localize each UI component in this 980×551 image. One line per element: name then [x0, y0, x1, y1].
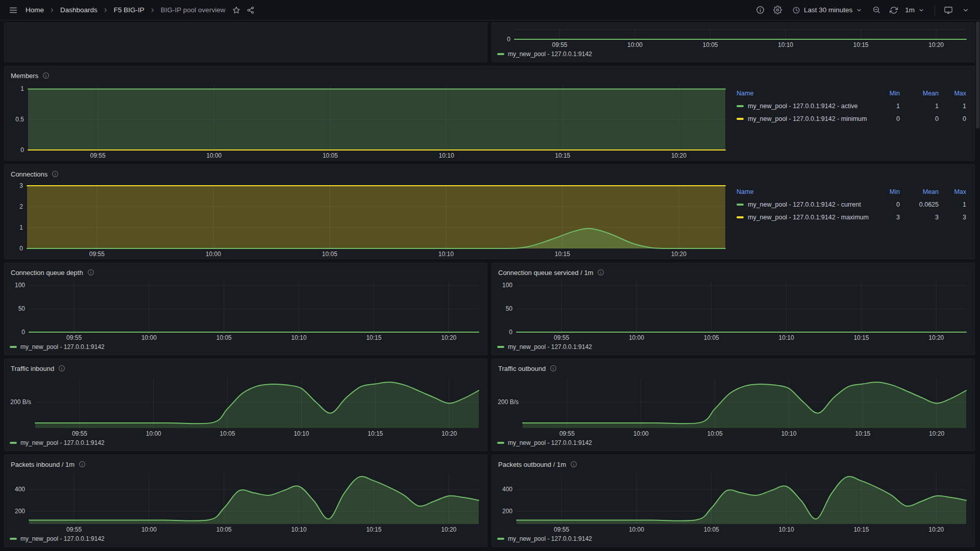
svg-text:10:20: 10:20: [928, 526, 944, 533]
info-circle-icon[interactable]: [753, 3, 768, 17]
series-swatch: [737, 216, 744, 218]
chevron-down-icon[interactable]: [959, 3, 973, 17]
legend-label: my_new_pool - 127.0.0.1:9142: [20, 439, 105, 446]
legend-item[interactable]: my_new_pool - 127.0.0.1:9142: [492, 534, 974, 546]
info-circle-icon[interactable]: [52, 170, 59, 178]
legend-stat-value: 0.0625: [900, 198, 939, 211]
info-circle-icon[interactable]: [79, 461, 86, 468]
svg-text:10:05: 10:05: [216, 334, 232, 341]
legend-column-min[interactable]: Min: [872, 87, 900, 99]
legend-series-name[interactable]: my_new_pool - 127.0.0.1:9142 - active: [737, 99, 872, 112]
svg-text:10:20: 10:20: [442, 430, 457, 437]
legend-stat-value: 0: [939, 112, 966, 125]
share-icon[interactable]: [243, 3, 258, 17]
svg-text:50: 50: [18, 305, 26, 312]
legend-item[interactable]: my_new_pool - 127.0.0.1:9142: [492, 438, 974, 450]
vertical-scrollbar[interactable]: [976, 21, 979, 129]
breadcrumb-folder[interactable]: F5 BIG-IP: [114, 6, 144, 14]
svg-text:100: 100: [502, 282, 512, 289]
zoom-out-icon[interactable]: [869, 3, 884, 17]
gear-icon[interactable]: [771, 3, 785, 17]
svg-text:10:00: 10:00: [146, 430, 161, 437]
svg-text:09:55: 09:55: [66, 526, 82, 533]
timeseries-chart[interactable]: 09:5510:0010:0510:1010:1510:20200400: [8, 470, 482, 534]
svg-text:10:05: 10:05: [216, 526, 232, 533]
timeseries-chart[interactable]: 09:5510:0010:0510:1010:1510:20200 B/s: [8, 374, 482, 438]
time-range-picker[interactable]: Last 30 minutes: [788, 4, 866, 16]
legend-item[interactable]: my_new_pool - 127.0.0.1:9142: [5, 534, 487, 546]
legend-item[interactable]: my_new_pool - 127.0.0.1:9142: [492, 49, 974, 62]
breadcrumb-dashboards[interactable]: Dashboards: [60, 6, 97, 14]
svg-text:10:20: 10:20: [928, 334, 944, 341]
panel-title[interactable]: Packets outbound / 1m: [498, 461, 566, 468]
legend-item[interactable]: my_new_pool - 127.0.0.1:9142: [5, 438, 487, 450]
svg-text:10:20: 10:20: [671, 251, 687, 258]
info-circle-icon[interactable]: [42, 72, 50, 79]
info-circle-icon[interactable]: [58, 365, 65, 372]
panel-cutoff-left: [4, 22, 487, 62]
panel-cutoff-right: 09:5510:0010:0510:1010:1510:200 my_new_p…: [492, 22, 975, 62]
panel-title[interactable]: Traffic outbound: [498, 365, 546, 372]
menu-hamburger-icon[interactable]: [6, 3, 20, 17]
series-swatch: [497, 346, 504, 348]
refresh-icon[interactable]: [887, 3, 901, 17]
svg-text:10:00: 10:00: [206, 251, 221, 258]
legend-series-name[interactable]: my_new_pool - 127.0.0.1:9142 - maximum: [737, 211, 872, 223]
timeseries-chart[interactable]: 09:5510:0010:0510:1010:1510:20050100: [8, 279, 482, 342]
kiosk-monitor-icon[interactable]: [941, 3, 955, 17]
panel-title[interactable]: Members: [11, 72, 38, 80]
svg-text:10:10: 10:10: [291, 334, 307, 341]
svg-text:10:20: 10:20: [928, 41, 944, 48]
legend-column-name[interactable]: Name: [737, 87, 872, 99]
chevron-right-icon: [49, 7, 55, 13]
legend-column-mean[interactable]: Mean: [900, 87, 939, 99]
panel-traffic-inbound: Traffic inbound 09:5510:0010:0510:1010:1…: [4, 359, 487, 451]
svg-text:10:00: 10:00: [629, 334, 644, 341]
legend-column-mean[interactable]: Mean: [900, 185, 939, 198]
legend-label: my_new_pool - 127.0.0.1:9142: [20, 343, 105, 350]
svg-text:200 B/s: 200 B/s: [498, 398, 519, 406]
svg-text:10:15: 10:15: [555, 152, 570, 159]
legend-series-name[interactable]: my_new_pool - 127.0.0.1:9142 - minimum: [737, 112, 872, 125]
legend-column-min[interactable]: Min: [872, 185, 900, 198]
refresh-interval-picker[interactable]: 1m: [904, 4, 928, 16]
series-swatch: [497, 53, 504, 55]
info-circle-icon[interactable]: [597, 269, 604, 276]
legend-series-name[interactable]: my_new_pool - 127.0.0.1:9142 - current: [737, 198, 872, 211]
legend-item[interactable]: my_new_pool - 127.0.0.1:9142: [492, 342, 974, 355]
panel-title[interactable]: Connection queue serviced / 1m: [498, 269, 593, 277]
info-circle-icon[interactable]: [550, 365, 557, 372]
panel-connection-queue-depth: Connection queue depth 09:5510:0010:0510…: [4, 263, 487, 355]
star-icon[interactable]: [229, 3, 243, 17]
svg-text:09:55: 09:55: [89, 251, 105, 258]
panel-traffic-outbound: Traffic outbound 09:5510:0010:0510:1010:…: [492, 359, 975, 451]
chevron-right-icon: [150, 7, 156, 13]
svg-text:09:55: 09:55: [559, 430, 575, 437]
timeseries-chart[interactable]: 09:5510:0010:0510:1010:1510:200: [495, 26, 969, 49]
legend-stat-value: 3: [939, 211, 966, 223]
legend-column-name[interactable]: Name: [737, 185, 872, 198]
svg-text:10:10: 10:10: [779, 526, 794, 533]
legend-column-max[interactable]: Max: [939, 87, 966, 99]
svg-text:200: 200: [502, 508, 512, 515]
info-circle-icon[interactable]: [570, 461, 577, 468]
legend-item[interactable]: my_new_pool - 127.0.0.1:9142: [5, 342, 487, 355]
timeseries-chart[interactable]: 09:5510:0010:0510:1010:1510:200123: [8, 180, 728, 259]
timeseries-chart[interactable]: 09:5510:0010:0510:1010:1510:20200400: [495, 470, 969, 534]
refresh-interval-label: 1m: [905, 6, 915, 14]
svg-text:09:55: 09:55: [72, 430, 87, 437]
panel-title[interactable]: Traffic inbound: [11, 365, 54, 372]
legend-stat-value: 0: [900, 112, 939, 125]
series-swatch: [737, 118, 744, 120]
legend-column-max[interactable]: Max: [939, 185, 966, 198]
topbar-actions: Last 30 minutes 1m: [753, 3, 973, 17]
panel-connections: Connections 09:5510:0010:0510:1010:1510:…: [4, 164, 975, 259]
timeseries-chart[interactable]: 09:5510:0010:0510:1010:1510:20200 B/s: [495, 374, 969, 438]
timeseries-chart[interactable]: 09:5510:0010:0510:1010:1510:20050100: [495, 279, 969, 342]
timeseries-chart[interactable]: 09:5510:0010:0510:1010:1510:2000.51: [8, 82, 728, 160]
info-circle-icon[interactable]: [87, 269, 94, 276]
panel-title[interactable]: Connection queue depth: [11, 269, 83, 277]
breadcrumb-home[interactable]: Home: [26, 6, 44, 14]
panel-title[interactable]: Connections: [11, 170, 47, 178]
panel-title[interactable]: Packets inbound / 1m: [11, 461, 75, 468]
